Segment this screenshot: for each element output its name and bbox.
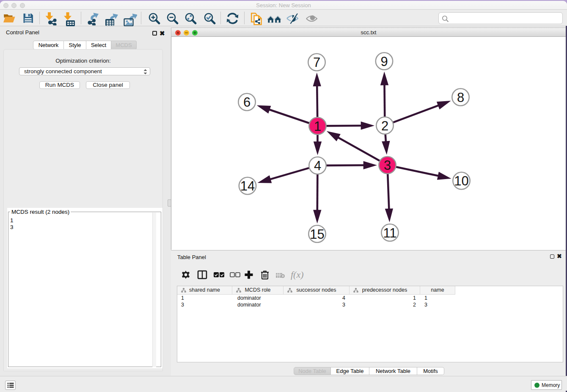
svg-text:7: 7 — [313, 55, 320, 70]
svg-text:14: 14 — [240, 179, 255, 193]
svg-text:1: 1 — [314, 119, 321, 134]
svg-text:8: 8 — [457, 90, 464, 105]
svg-text:2: 2 — [381, 119, 388, 133]
svg-text:11: 11 — [383, 226, 396, 240]
svg-text:6: 6 — [243, 95, 250, 110]
svg-text:4: 4 — [314, 158, 321, 173]
svg-text:10: 10 — [454, 174, 468, 188]
svg-text:15: 15 — [310, 227, 324, 242]
svg-text:9: 9 — [380, 54, 388, 69]
svg-text:3: 3 — [384, 158, 391, 173]
